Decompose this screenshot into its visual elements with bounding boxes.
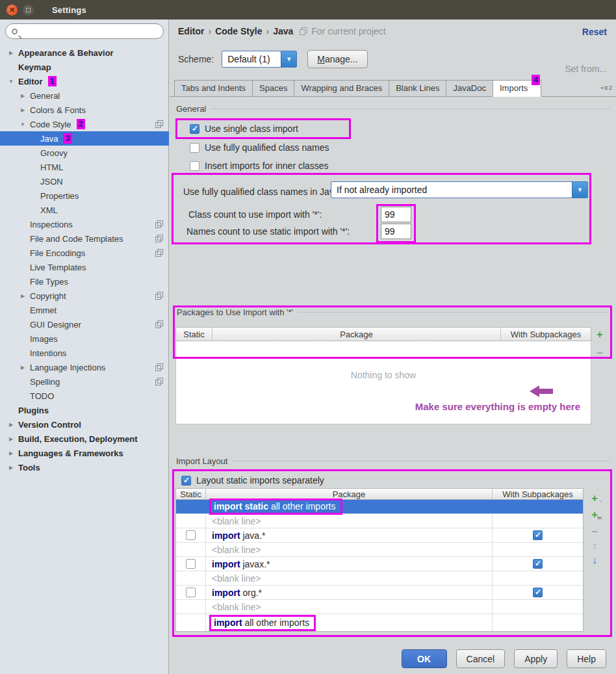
sidebar-item-live-templates[interactable]: Live Templates xyxy=(0,260,169,274)
sidebar-item-inspections[interactable]: Inspections xyxy=(0,217,169,231)
class-count-input[interactable] xyxy=(381,207,411,222)
add-package-row-button[interactable]: +▫ xyxy=(587,492,602,505)
sidebar-item-groovy[interactable]: Groovy xyxy=(0,146,169,160)
use-single-class-import-checkbox[interactable] xyxy=(190,124,199,134)
tab-blank-lines[interactable]: Blank Lines xyxy=(389,80,446,97)
static-checkbox[interactable] xyxy=(186,559,196,569)
sidebar-item-file-types[interactable]: File Types xyxy=(0,274,169,289)
layout-row-blank-line[interactable]: <blank line> xyxy=(176,514,583,528)
insert-imports-inner-checkbox[interactable] xyxy=(190,161,199,171)
sidebar-item-emmet[interactable]: Emmet xyxy=(0,303,169,317)
with-subpackages-checkbox[interactable] xyxy=(533,588,543,597)
close-button[interactable]: ✕ xyxy=(6,5,18,16)
layout-col-package: Package xyxy=(206,489,493,499)
breadcrumb-java[interactable]: Java xyxy=(273,26,293,36)
tab-javadoc[interactable]: JavaDoc xyxy=(446,80,493,97)
sidebar-item-tools[interactable]: ▶Tools xyxy=(0,460,169,474)
layout-row-blank-line[interactable]: <blank line> xyxy=(176,600,583,614)
cancel-button[interactable]: Cancel xyxy=(456,649,506,668)
static-checkbox[interactable] xyxy=(186,588,196,597)
help-button[interactable]: Help xyxy=(567,649,606,668)
layout-static-separately-checkbox[interactable] xyxy=(181,476,191,486)
sidebar-item-file-and-code-templates[interactable]: File and Code Templates xyxy=(0,231,169,246)
manage-button[interactable]: Manage... xyxy=(307,50,367,68)
sidebar-item-version-control[interactable]: ▶Version Control xyxy=(0,417,169,432)
sidebar-item-languages-frameworks[interactable]: ▶Languages & Frameworks xyxy=(0,446,169,460)
breadcrumb-code-style[interactable]: Code Style xyxy=(215,26,262,36)
sidebar-item-todo[interactable]: TODO xyxy=(0,389,169,403)
sidebar-item-java[interactable]: Java3 xyxy=(0,131,169,146)
remove-package-button[interactable]: − xyxy=(593,346,607,359)
with-subpackages-checkbox[interactable] xyxy=(533,530,543,540)
remove-row-button[interactable]: − xyxy=(587,525,602,538)
layout-row-import-javax[interactable]: import javax.* xyxy=(176,557,583,571)
add-blank-line-button[interactable]: +\n xyxy=(587,508,602,521)
expand-arrow-icon[interactable]: ▶ xyxy=(19,93,26,99)
sidebar-item-general[interactable]: ▶General xyxy=(0,88,169,103)
scheme-select[interactable]: Default (1) ▼ xyxy=(222,51,297,68)
sidebar-item-copyright[interactable]: ▶Copyright xyxy=(0,289,169,303)
move-up-button[interactable]: ↑ xyxy=(587,539,602,552)
javadoc-qualified-select[interactable]: If not already imported ▼ xyxy=(331,181,588,198)
sidebar-item-colors-fonts[interactable]: ▶Colors & Fonts xyxy=(0,103,169,117)
hidden-tabs-icon[interactable]: ▾≡2 xyxy=(601,84,612,92)
sidebar-item-intentions[interactable]: Intentions xyxy=(0,346,169,360)
layout-row-blank-line[interactable]: <blank line> xyxy=(176,543,583,557)
tab-spaces[interactable]: Spaces xyxy=(252,80,294,97)
sidebar-item-file-encodings[interactable]: File Encodings xyxy=(0,246,169,260)
settings-search-input[interactable] xyxy=(5,23,164,39)
layout-row-import-java[interactable]: import java.* xyxy=(176,528,583,543)
sidebar-item-plugins[interactable]: Plugins xyxy=(0,403,169,417)
breadcrumb-editor[interactable]: Editor xyxy=(178,26,204,36)
use-single-class-import-row[interactable]: Use single class import xyxy=(190,123,298,134)
layout-row-blank-line[interactable]: <blank line> xyxy=(176,571,583,586)
sidebar-item-images[interactable]: Images xyxy=(0,331,169,346)
add-package-button[interactable]: + xyxy=(593,328,607,341)
layout-row-import-all-other-imports[interactable]: import all other imports xyxy=(176,614,583,631)
expand-arrow-icon[interactable]: ▶ xyxy=(8,465,14,471)
collapse-arrow-icon[interactable]: ▼ xyxy=(19,122,26,127)
move-down-button[interactable]: ↓ xyxy=(587,554,602,567)
tab-tabs-and-indents[interactable]: Tabs and Indents xyxy=(174,80,253,97)
expand-arrow-icon[interactable]: ▶ xyxy=(19,293,26,299)
sidebar-item-editor[interactable]: ▼Editor1 xyxy=(0,74,169,88)
insert-imports-inner-row[interactable]: Insert imports for inner classes xyxy=(190,161,329,171)
expand-arrow-icon[interactable]: ▶ xyxy=(8,422,14,428)
layout-static-separately-row[interactable]: Layout static imports separately xyxy=(181,475,324,486)
expand-arrow-icon[interactable]: ▶ xyxy=(8,50,14,56)
sidebar-item-language-injections[interactable]: ▶Language Injections xyxy=(0,360,169,374)
sidebar-item-gui-designer[interactable]: GUI Designer xyxy=(0,317,169,331)
apply-button[interactable]: Apply xyxy=(514,649,558,668)
scheme-row: Scheme: Default (1) ▼ Manage... xyxy=(178,50,368,68)
chevron-down-icon[interactable]: ▼ xyxy=(281,51,296,67)
with-subpackages-checkbox[interactable] xyxy=(533,559,543,569)
tab-imports[interactable]: Imports4 xyxy=(493,80,541,97)
restore-button[interactable] xyxy=(23,5,34,16)
sidebar-item-html[interactable]: HTML xyxy=(0,160,169,174)
use-fully-qualified-checkbox[interactable] xyxy=(190,143,199,153)
chevron-down-icon[interactable]: ▼ xyxy=(572,182,587,198)
expand-arrow-icon[interactable]: ▶ xyxy=(8,436,14,442)
tab-wrapping-and-braces[interactable]: Wrapping and Braces xyxy=(294,80,389,97)
sidebar-item-appearance-behavior[interactable]: ▶Appearance & Behavior xyxy=(0,45,169,60)
ok-button[interactable]: OK xyxy=(402,649,447,668)
reset-link[interactable]: Reset xyxy=(582,27,607,37)
names-count-input[interactable] xyxy=(381,224,411,239)
layout-row-import-static-all-other-imports[interactable]: import static all other imports xyxy=(176,500,583,514)
layout-row-import-org[interactable]: import org.* xyxy=(176,586,583,600)
sidebar-item-spelling[interactable]: Spelling xyxy=(0,374,169,389)
sidebar-item-keymap[interactable]: Keymap xyxy=(0,60,169,74)
use-fully-qualified-row[interactable]: Use fully qualified class names xyxy=(190,142,329,153)
expand-arrow-icon[interactable]: ▶ xyxy=(19,365,26,370)
sidebar-item-xml[interactable]: XML xyxy=(0,203,169,217)
expand-arrow-icon[interactable]: ▶ xyxy=(8,450,14,456)
sidebar-item-properties[interactable]: Properties xyxy=(0,188,169,203)
set-from-link[interactable]: Set from... xyxy=(565,64,607,74)
sidebar-item-code-style[interactable]: ▼Code Style2 xyxy=(0,117,169,131)
static-checkbox[interactable] xyxy=(186,530,196,540)
sidebar-item-json[interactable]: JSON xyxy=(0,174,169,188)
sidebar-item-build-execution-deployment[interactable]: ▶Build, Execution, Deployment xyxy=(0,432,169,446)
collapse-arrow-icon[interactable]: ▼ xyxy=(8,79,14,84)
expand-arrow-icon[interactable]: ▶ xyxy=(19,107,26,113)
sidebar-item-label: HTML xyxy=(40,162,63,172)
